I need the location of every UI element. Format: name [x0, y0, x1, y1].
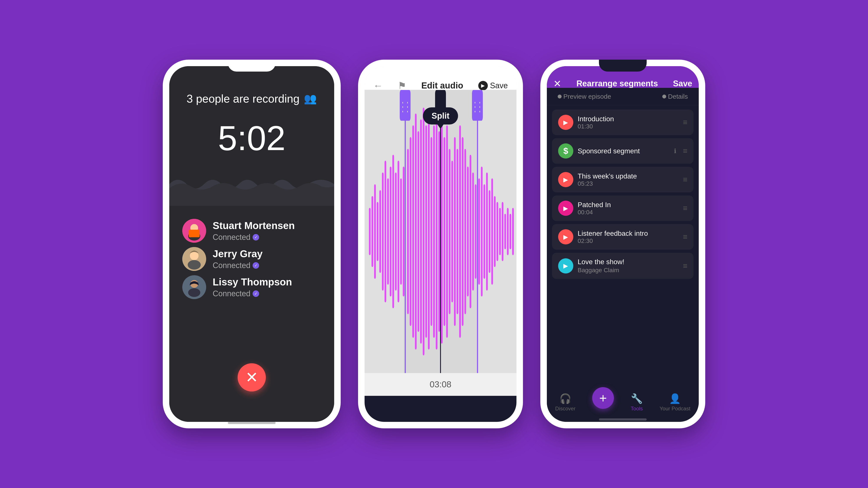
svg-rect-56: [486, 173, 488, 291]
person-icon: 👤: [669, 393, 681, 404]
svg-rect-38: [438, 131, 440, 332]
svg-text:⋮⋮: ⋮⋮: [400, 99, 410, 114]
segment-title-this-weeks-update: This week's update: [578, 172, 679, 180]
drag-handle-this-weeks-update[interactable]: ≡: [683, 175, 687, 184]
close-button[interactable]: ✕: [553, 78, 561, 89]
drag-handle-love-the-show[interactable]: ≡: [683, 261, 687, 270]
tab-details[interactable]: Details: [658, 91, 692, 102]
svg-rect-16: [379, 190, 381, 273]
segment-this-weeks-update[interactable]: ▶ This week's update 05:23 ≡: [552, 167, 693, 192]
svg-rect-30: [417, 131, 419, 332]
tab-details-label: Details: [668, 93, 688, 100]
participants-list: Stuart Mortensen Connected ✓: [169, 219, 334, 299]
end-call-button[interactable]: ✕: [238, 363, 266, 391]
participant-name-lissy: Lissy Thompson: [213, 276, 292, 288]
svg-rect-47: [462, 137, 464, 326]
home-bar-2: [416, 422, 464, 424]
svg-rect-13: [372, 196, 373, 267]
svg-rect-19: [387, 178, 389, 285]
drag-handle-introduction[interactable]: ≡: [683, 118, 687, 127]
segment-title-introduction: Introduction: [578, 115, 679, 123]
segment-time-introduction: 01:30: [578, 123, 679, 130]
svg-rect-60: [496, 202, 498, 261]
svg-rect-63: [504, 214, 506, 249]
svg-rect-65: [509, 214, 511, 249]
segment-title-patched-in: Patched In: [578, 201, 679, 209]
segment-love-the-show[interactable]: ▶ Love the show! Baggage Claim ≡: [552, 253, 693, 279]
rearrange-title: Rearrange segments: [576, 79, 658, 88]
tools-label: Tools: [630, 405, 643, 412]
segment-info-introduction: Introduction 01:30: [578, 115, 679, 130]
svg-rect-46: [459, 125, 461, 338]
top-tab-bar: Preview episode Details: [547, 88, 699, 105]
add-button[interactable]: +: [592, 387, 614, 409]
svg-rect-15: [377, 202, 378, 261]
svg-rect-64: [507, 208, 509, 255]
svg-rect-3: [189, 230, 199, 237]
participant-name-jerry: Jerry Gray: [213, 248, 262, 260]
play-button-introduction[interactable]: ▶: [558, 115, 573, 130]
play-button-listener-feedback[interactable]: ▶: [558, 229, 573, 245]
svg-rect-54: [481, 167, 483, 296]
segment-patched-in[interactable]: ▶ Patched In 00:04 ≡: [552, 195, 693, 221]
rearrange-save-button[interactable]: Save: [673, 79, 692, 88]
participant-status-lissy: Connected ✓: [213, 289, 292, 298]
segment-time-patched-in: 00:04: [578, 209, 679, 216]
info-icon-sponsored: ℹ: [674, 148, 676, 155]
split-tooltip[interactable]: Split: [423, 107, 458, 125]
svg-rect-37: [436, 113, 437, 350]
play-button-this-weeks-update[interactable]: ▶: [558, 172, 573, 187]
home-bar-1: [228, 422, 276, 424]
svg-rect-27: [410, 137, 411, 326]
svg-rect-49: [467, 167, 469, 296]
save-button[interactable]: ▶ Save: [478, 81, 508, 91]
avatar-lissy: [182, 275, 206, 299]
participant-status-jerry: Connected ✓: [213, 261, 262, 270]
phone-edit-audio: ← ⚑ Edit audio ▶ Save: [358, 60, 523, 428]
details-dot-icon: [662, 95, 666, 98]
svg-rect-39: [441, 120, 443, 344]
drag-handle-sponsored[interactable]: ≡: [683, 147, 687, 156]
nav-item-discover[interactable]: 🎧 Discover: [555, 393, 576, 412]
drag-handle-listener-feedback[interactable]: ≡: [683, 232, 687, 241]
status-dot-jerry: ✓: [253, 262, 259, 269]
save-label: Save: [490, 81, 508, 90]
play-button-patched-in[interactable]: ▶: [558, 201, 573, 216]
svg-rect-28: [412, 125, 414, 338]
segment-introduction[interactable]: ▶ Introduction 01:30 ≡: [552, 109, 693, 135]
participant-jerry: Jerry Gray Connected ✓: [182, 247, 321, 271]
back-button[interactable]: ←: [373, 80, 383, 91]
svg-rect-23: [398, 161, 399, 302]
nav-item-podcast[interactable]: 👤 Your Podcast: [659, 393, 690, 412]
svg-rect-42: [449, 149, 451, 314]
phone-notch-3: [599, 60, 647, 72]
participant-status-stuart: Connected ✓: [213, 233, 295, 242]
svg-rect-20: [390, 167, 392, 296]
svg-point-6: [188, 260, 201, 269]
nav-item-tools[interactable]: 🔧 Tools: [630, 393, 643, 412]
svg-point-9: [188, 288, 200, 297]
svg-rect-55: [484, 184, 485, 279]
segment-listener-feedback[interactable]: ▶ Listener feedback intro 02:30 ≡: [552, 224, 693, 250]
svg-rect-59: [494, 196, 496, 267]
bottom-navigation: 🎧 Discover + 🔧 Tools 👤 Your Podcast: [547, 389, 699, 422]
segment-time-listener-feedback: 02:30: [578, 237, 679, 245]
svg-rect-34: [428, 113, 430, 350]
svg-rect-66: [512, 208, 514, 255]
svg-rect-40: [443, 137, 445, 326]
play-button-love-the-show[interactable]: ▶: [558, 258, 573, 273]
status-dot-lissy: ✓: [253, 290, 259, 297]
svg-rect-22: [395, 173, 397, 291]
tab-preview-label: Preview episode: [563, 93, 611, 100]
status-text-jerry: Connected: [213, 261, 250, 270]
tab-preview-episode[interactable]: Preview episode: [553, 91, 615, 102]
drag-handle-patched-in[interactable]: ≡: [683, 204, 687, 213]
waveform-editor[interactable]: ⋮⋮ ⋮⋮ Split: [365, 90, 517, 373]
svg-rect-18: [384, 161, 386, 302]
participant-name-stuart: Stuart Mortensen: [213, 220, 295, 231]
podcast-label: Your Podcast: [659, 405, 690, 412]
segment-sponsored[interactable]: $ Sponsored segment ℹ ≡: [552, 138, 693, 164]
segments-list: ▶ Introduction 01:30 ≡ $ Sponsored segme…: [547, 105, 699, 389]
segment-subtitle-love-the-show: Baggage Claim: [578, 267, 679, 274]
flag-button[interactable]: ⚑: [398, 80, 406, 91]
